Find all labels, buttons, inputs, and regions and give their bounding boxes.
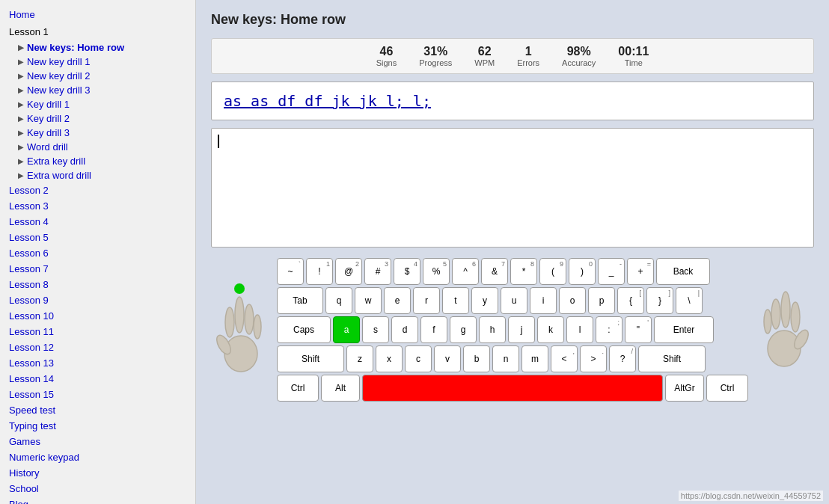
key-{[interactable]: [{	[617, 287, 644, 314]
sidebar-lesson-link[interactable]: Lesson 8	[0, 277, 195, 292]
key-([interactable]: 9(	[539, 258, 566, 285]
sidebar-lesson-link[interactable]: Lesson 3	[0, 198, 195, 214]
key-![interactable]: 1!	[306, 258, 333, 285]
sidebar-bottom-link[interactable]: Speed test	[0, 402, 195, 418]
sidebar-bottom-link[interactable]: Typing test	[0, 418, 195, 434]
sidebar-bottom-link[interactable]: Blog	[0, 497, 195, 504]
key-&[interactable]: 7&	[481, 258, 508, 285]
key-back[interactable]: Back	[656, 258, 710, 285]
key-v[interactable]: v	[434, 345, 461, 372]
sidebar-lesson-link[interactable]: Lesson 14	[0, 371, 195, 387]
key-"[interactable]: '"	[625, 316, 652, 343]
key-@[interactable]: 2@	[335, 258, 362, 285]
key-z[interactable]: z	[346, 345, 373, 372]
key-_[interactable]: -_	[598, 258, 625, 285]
sidebar-arrow-icon: ▶	[18, 100, 24, 108]
key-ctrl[interactable]: Ctrl	[706, 375, 748, 402]
key-o[interactable]: o	[559, 287, 586, 314]
key-r[interactable]: r	[413, 287, 440, 314]
key-m[interactable]: m	[521, 345, 548, 372]
key-space[interactable]	[362, 375, 663, 402]
key-shift[interactable]: Shift	[638, 345, 706, 372]
sidebar-item[interactable]: ▶New key drill 2	[0, 69, 195, 83]
key-sub: ,	[572, 348, 575, 355]
key-f[interactable]: f	[420, 316, 447, 343]
sidebar-item[interactable]: ▶Extra key drill	[0, 154, 195, 168]
sidebar-bottom-link[interactable]: School	[0, 481, 195, 497]
key-<[interactable]: ,<	[551, 345, 578, 372]
key-e[interactable]: e	[384, 287, 411, 314]
key-d[interactable]: d	[391, 316, 418, 343]
key-y[interactable]: y	[471, 287, 498, 314]
key-sub: 0	[589, 260, 593, 268]
sidebar-item[interactable]: ▶New key drill 3	[0, 83, 195, 97]
key-%[interactable]: 5%	[423, 258, 450, 285]
key-\[interactable]: |\	[676, 287, 703, 314]
key-n[interactable]: n	[492, 345, 519, 372]
sidebar-bottom-link[interactable]: History	[0, 465, 195, 481]
key-q[interactable]: q	[325, 287, 352, 314]
key-$[interactable]: 4$	[394, 258, 420, 285]
key-main: {	[629, 295, 632, 306]
key-ctrl[interactable]: Ctrl	[277, 375, 319, 402]
key-^[interactable]: 6^	[452, 258, 479, 285]
key-l[interactable]: l	[566, 316, 593, 343]
sidebar-lesson-link[interactable]: Lesson 13	[0, 355, 195, 371]
key-tab[interactable]: Tab	[277, 287, 323, 314]
key-u[interactable]: u	[501, 287, 527, 314]
sidebar-lesson-link[interactable]: Lesson 6	[0, 245, 195, 261]
key-p[interactable]: p	[588, 287, 615, 314]
key-b[interactable]: b	[463, 345, 490, 372]
key-?[interactable]: /?	[609, 345, 636, 372]
key-:[interactable]: ;:	[596, 316, 622, 343]
wpm-value: 62	[478, 45, 492, 58]
key->[interactable]: .>	[580, 345, 607, 372]
key-*[interactable]: 8*	[510, 258, 537, 285]
sidebar-lesson-link[interactable]: Lesson 5	[0, 230, 195, 245]
sidebar-item[interactable]: ▶Word drill	[0, 140, 195, 154]
sidebar-lesson-link[interactable]: Lesson 10	[0, 308, 195, 324]
sidebar-lesson-link[interactable]: Lesson 7	[0, 261, 195, 277]
key-caps[interactable]: Caps	[277, 316, 331, 343]
key-w[interactable]: w	[355, 287, 382, 314]
key-j[interactable]: j	[508, 316, 535, 343]
key-t[interactable]: t	[442, 287, 469, 314]
sidebar-lesson-link[interactable]: Lesson 15	[0, 387, 195, 402]
sidebar-bottom-link[interactable]: Numeric keypad	[0, 449, 195, 465]
sidebar-item[interactable]: ▶Key drill 2	[0, 111, 195, 126]
key-altgr[interactable]: AltGr	[665, 375, 704, 402]
key-i[interactable]: i	[530, 287, 557, 314]
sidebar-lesson-link[interactable]: Lesson 9	[0, 292, 195, 308]
sidebar-arrow-icon: ▶	[18, 58, 24, 66]
key-s[interactable]: s	[362, 316, 389, 343]
key-x[interactable]: x	[376, 345, 403, 372]
sidebar-lesson-link[interactable]: Lesson 2	[0, 182, 195, 198]
sidebar-item[interactable]: ▶Key drill 3	[0, 126, 195, 140]
sidebar-lesson-link[interactable]: Lesson 11	[0, 324, 195, 339]
sidebar-item[interactable]: ▶New keys: Home row	[0, 40, 195, 55]
key-main: y	[483, 295, 487, 306]
key-g[interactable]: g	[450, 316, 477, 343]
key-alt[interactable]: Alt	[321, 375, 360, 402]
sidebar-item[interactable]: ▶Key drill 1	[0, 97, 195, 111]
sidebar-item[interactable]: ▶New key drill 1	[0, 55, 195, 69]
key-k[interactable]: k	[537, 316, 564, 343]
sidebar-bottom-link[interactable]: Games	[0, 434, 195, 449]
key-+[interactable]: =+	[627, 258, 654, 285]
key-~[interactable]: `~	[277, 258, 304, 285]
key-h[interactable]: h	[479, 316, 506, 343]
sidebar-lesson-link[interactable]: Lesson 4	[0, 214, 195, 230]
key-a[interactable]: a	[333, 316, 360, 343]
key-}[interactable]: ]}	[646, 287, 673, 314]
sidebar-item[interactable]: ▶Extra word drill	[0, 168, 195, 182]
sidebar-lesson-link[interactable]: Lesson 12	[0, 339, 195, 355]
key-)[interactable]: 0)	[569, 258, 596, 285]
key-shift[interactable]: Shift	[277, 345, 344, 372]
sidebar-home[interactable]: Home	[0, 6, 195, 23]
key-c[interactable]: c	[405, 345, 432, 372]
svg-point-5	[254, 315, 261, 339]
key-enter[interactable]: Enter	[654, 316, 714, 343]
typing-area[interactable]	[211, 128, 814, 248]
key-#[interactable]: 3#	[364, 258, 391, 285]
keyboard-container: `~1!2@3#4$5%6^7&8*9(0)-_=+BackTabqwertyu…	[211, 258, 814, 402]
